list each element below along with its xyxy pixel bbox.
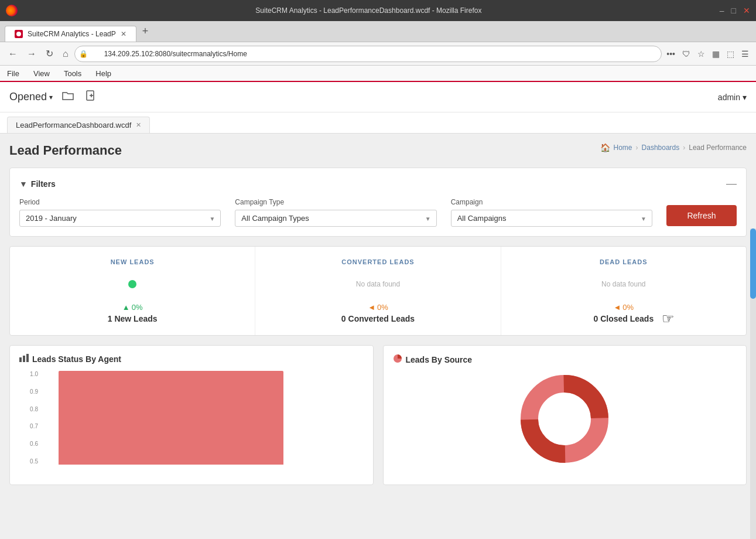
- new-leads-title: NEW LEADS: [111, 258, 155, 265]
- menu-file[interactable]: File: [5, 68, 22, 79]
- menu-button[interactable]: ☰: [739, 47, 751, 61]
- new-leads-value: 1 New Leads: [108, 314, 158, 323]
- menu-view[interactable]: View: [31, 68, 52, 79]
- shield-icon[interactable]: 🛡: [680, 47, 693, 61]
- dead-leads-pct: ◄ 0%: [613, 303, 634, 312]
- tab-favicon-icon: [15, 30, 23, 38]
- doc-tab-label: LeadPerformanceDashboard.wcdf: [16, 121, 131, 129]
- menu-tools[interactable]: Tools: [61, 68, 84, 79]
- dead-leads-pct-value: 0%: [622, 303, 634, 312]
- y-label-1-0: 1.0: [30, 371, 38, 377]
- campaign-select[interactable]: All Campaigns: [451, 210, 652, 227]
- converted-leads-no-data: No data found: [356, 280, 400, 288]
- menu-bar: File View Tools Help: [0, 66, 756, 82]
- title-bar: SuiteCRM Analytics - LeadPerformanceDash…: [0, 0, 756, 21]
- filter-panel: ▼ Filters — Period 2019 - January ▼: [9, 168, 747, 237]
- y-label-0-7: 0.7: [30, 423, 38, 429]
- doc-tab[interactable]: LeadPerformanceDashboard.wcdf ✕: [7, 117, 150, 133]
- breadcrumb: 🏠 Home › Dashboards › Lead Performance: [600, 143, 747, 152]
- svg-point-0: [16, 32, 21, 36]
- breadcrumb-sep2: ›: [683, 144, 685, 152]
- address-bar[interactable]: 🔒 134.209.25.102:8080/suitecrmanalytics/…: [74, 46, 662, 62]
- app-content: Lead Performance 🏠 Home › Dashboards › L…: [0, 134, 756, 539]
- filter-period-group: Period 2019 - January ▼: [19, 198, 221, 227]
- breadcrumb-current: Lead Performance: [689, 144, 747, 152]
- new-leads-dot-icon: [128, 280, 136, 288]
- more-button[interactable]: •••: [664, 47, 678, 61]
- firefox-logo-icon: [6, 5, 18, 16]
- nav-bar: ← → ↻ ⌂ 🔒 134.209.25.102:8080/suitecrman…: [0, 42, 756, 66]
- sidebar-button[interactable]: ▦: [710, 47, 722, 61]
- charts-row: Leads Status By Agent 1.0 0.9 0.8 0.7 0.…: [9, 345, 747, 485]
- breadcrumb-home[interactable]: Home: [614, 144, 632, 152]
- browser-title: SuiteCRM Analytics - LeadPerformanceDash…: [18, 6, 720, 15]
- opened-chevron-icon: ▾: [49, 93, 53, 101]
- maximize-button[interactable]: □: [731, 6, 736, 15]
- new-leads-pct: ▲ 0%: [122, 303, 143, 312]
- bar-chart-y-labels: 1.0 0.9 0.8 0.7 0.6 0.5: [19, 371, 40, 465]
- doc-tab-close-button[interactable]: ✕: [136, 121, 141, 129]
- leads-by-source-panel: Leads By Source: [383, 345, 747, 485]
- filter-row: Period 2019 - January ▼ Campaign Type: [19, 198, 737, 227]
- y-label-0-6: 0.6: [30, 441, 38, 447]
- campaign-label: Campaign: [451, 198, 652, 206]
- new-tab-button[interactable]: +: [136, 22, 155, 41]
- campaign-type-select[interactable]: All Campaign Types: [235, 210, 436, 227]
- admin-button[interactable]: admin ▾: [718, 93, 747, 102]
- campaign-select-wrapper: All Campaigns ▼: [451, 210, 652, 227]
- address-bar-wrap: 🔒 134.209.25.102:8080/suitecrmanalytics/…: [74, 46, 662, 62]
- svg-rect-3: [23, 356, 25, 362]
- doc-tab-bar: LeadPerformanceDashboard.wcdf ✕: [0, 112, 756, 134]
- new-leads-card: NEW LEADS ▲ 0% 1 New Leads: [10, 247, 255, 335]
- breadcrumb-dashboards[interactable]: Dashboards: [642, 144, 680, 152]
- forward-button[interactable]: →: [23, 46, 40, 62]
- tab-close-button[interactable]: ✕: [121, 30, 126, 38]
- campaign-type-select-wrapper: All Campaign Types ▼: [235, 210, 436, 227]
- y-label-0-9: 0.9: [30, 388, 38, 395]
- tabs-button[interactable]: ⬚: [724, 47, 737, 61]
- menu-help[interactable]: Help: [93, 68, 114, 79]
- dead-leads-pct-arrow-icon: ◄: [613, 303, 621, 312]
- filter-collapse-button[interactable]: —: [726, 178, 737, 190]
- bookmark-button[interactable]: ☆: [695, 47, 707, 61]
- refresh-button[interactable]: Refresh: [666, 205, 737, 226]
- new-file-button[interactable]: [83, 88, 100, 106]
- dashboard-area: Lead Performance 🏠 Home › Dashboards › L…: [0, 134, 756, 539]
- filter-title: ▼ Filters: [19, 179, 56, 189]
- app-header: Opened ▾ admin ▾: [0, 82, 756, 112]
- leads-by-source-label: Leads By Source: [406, 355, 473, 364]
- svg-rect-4: [26, 354, 29, 362]
- svg-point-8: [541, 395, 588, 442]
- scrollbar-track[interactable]: [750, 228, 756, 539]
- scrollbar-thumb[interactable]: [750, 228, 756, 299]
- converted-leads-value: 0 Converted Leads: [341, 314, 415, 323]
- bar-chart-bars: [43, 371, 364, 465]
- breadcrumb-home-icon: 🏠: [600, 143, 610, 152]
- open-folder-button[interactable]: [60, 88, 76, 106]
- dead-leads-value: 0 Closed Leads: [593, 314, 654, 323]
- back-button[interactable]: ←: [5, 46, 21, 62]
- opened-button[interactable]: Opened ▾: [9, 91, 53, 103]
- new-leads-pct-arrow-icon: ▲: [122, 303, 130, 312]
- browser-tab[interactable]: SuiteCRM Analytics - LeadP ✕: [5, 26, 136, 42]
- filter-header: ▼ Filters —: [19, 178, 737, 190]
- close-button[interactable]: ✕: [743, 6, 750, 15]
- home-button[interactable]: ⌂: [59, 46, 72, 62]
- converted-leads-title: CONVERTED LEADS: [341, 258, 414, 265]
- bar-chart-grid: [43, 371, 364, 465]
- dead-leads-title: DEAD LEADS: [600, 258, 648, 265]
- converted-leads-visual: No data found: [356, 272, 400, 296]
- reload-button[interactable]: ↻: [42, 46, 57, 62]
- filter-funnel-icon: ▼: [19, 179, 28, 189]
- url-text: 134.209.25.102:8080/suitecrmanalytics/Ho…: [93, 50, 644, 58]
- minimize-button[interactable]: –: [720, 6, 724, 15]
- period-select-wrapper: 2019 - January ▼: [19, 210, 221, 227]
- tab-label: SuiteCRM Analytics - LeadP: [28, 30, 116, 38]
- leads-by-agent-label: Leads Status By Agent: [32, 354, 121, 364]
- period-select[interactable]: 2019 - January: [19, 210, 221, 227]
- breadcrumb-sep1: ›: [636, 144, 638, 152]
- converted-leads-pct: ◄ 0%: [368, 303, 388, 312]
- svg-rect-2: [19, 357, 22, 362]
- filter-campaign-group: Campaign All Campaigns ▼: [451, 198, 652, 227]
- lock-icon: 🔒: [79, 50, 88, 58]
